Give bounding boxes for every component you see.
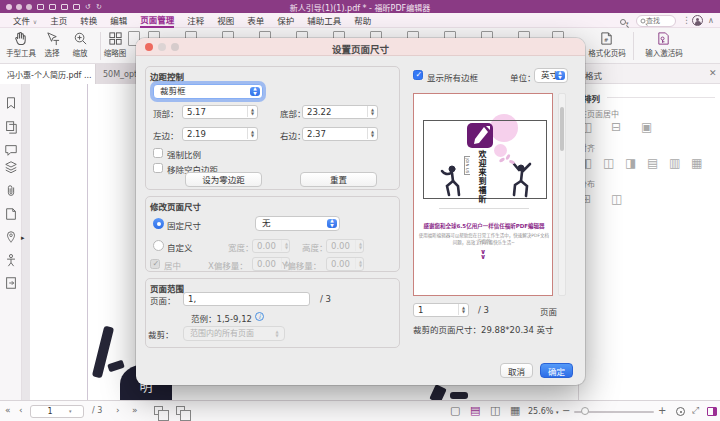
unit-select[interactable]: 英寸▲▼ (534, 68, 568, 83)
format-panel: 格式 ✕ 排列 在页面居中 ◫ ⊟ ▣ 对齐 ◧ ◫ ◨ ▤ ▥ ▦ 分布 ⊞ … (578, 64, 720, 400)
attachments-icon[interactable] (4, 184, 18, 198)
remove-white-margin-checkbox[interactable] (153, 163, 163, 173)
info-icon[interactable]: i (255, 312, 264, 321)
menu-view[interactable]: 视图 (217, 14, 234, 26)
single-page-view-icon[interactable]: ▢ (450, 405, 460, 417)
search-scope-icon[interactable]: ▾ (620, 17, 629, 27)
continuous-view-icon[interactable]: ▤ (470, 405, 480, 417)
hand-tool-label[interactable]: 手型工具 (6, 47, 36, 58)
custom-size-radio[interactable] (153, 240, 164, 251)
zoom-out-icon[interactable]: − (562, 405, 570, 416)
ok-button[interactable]: 确定 (540, 363, 573, 378)
select-tool-label[interactable]: 选择 (45, 47, 60, 58)
constrain-ratio-label[interactable]: 强制比例 (167, 148, 201, 160)
menu-accessibility[interactable]: 辅助工具 (307, 14, 341, 26)
search-input[interactable] (646, 17, 672, 25)
cancel-button[interactable]: 取消 (500, 363, 533, 378)
zoom-level[interactable]: 25.6% ▾ (528, 407, 558, 416)
first-page-icon[interactable]: « (5, 405, 11, 415)
distribute-vertical-icon[interactable]: ◫ (611, 192, 622, 206)
menu-convert[interactable]: 转换 (80, 14, 97, 26)
fit-width-icon[interactable] (676, 407, 685, 416)
panel-expand-handle[interactable]: ▸ (21, 234, 25, 242)
zoom-in-icon[interactable]: + (658, 405, 666, 416)
activation-code-icon[interactable] (656, 31, 671, 46)
fixed-size-select[interactable]: 无▲▼ (255, 216, 340, 231)
preview-scrollbar-thumb[interactable] (560, 107, 564, 151)
page-number-box[interactable]: ▾ (30, 405, 84, 418)
menu-file[interactable]: 文件 ∨ (13, 14, 37, 26)
last-page-icon[interactable]: » (132, 405, 138, 415)
zero-margin-button[interactable]: 设为零边距 (185, 172, 262, 187)
close-panel-icon[interactable]: ✕ (709, 68, 717, 78)
stepper-icon[interactable]: ▲▼ (367, 128, 377, 139)
accessibility-icon[interactable] (4, 253, 18, 267)
format-tab[interactable]: 格式 (585, 69, 602, 81)
pages-icon[interactable] (4, 120, 18, 134)
clipboard-icon[interactable] (176, 406, 185, 415)
fullscreen-icon[interactable]: ⤢ (692, 405, 699, 416)
continuous-facing-view-icon[interactable]: ▦ (510, 405, 520, 417)
menu-form[interactable]: 表单 (247, 14, 264, 26)
align-bottom-icon[interactable]: ▦ (691, 156, 702, 170)
preview-body-line2: 问题，高效工作方能快乐生活~ (418, 240, 550, 246)
search-box[interactable] (636, 15, 676, 27)
destinations-icon[interactable] (4, 230, 18, 244)
box-type-select[interactable]: 裁剪框▲▼ (153, 84, 263, 99)
align-center-icon[interactable]: ◫ (603, 156, 614, 170)
stepper-icon[interactable]: ▲▼ (367, 106, 377, 117)
more-options-icon[interactable]: ⋮ (682, 15, 691, 25)
stepper-icon[interactable]: ▲▼ (247, 106, 257, 117)
preview-scrollbar[interactable] (558, 93, 566, 296)
toggle-panel-icon[interactable] (707, 407, 717, 416)
collapse-ribbon-icon[interactable]: ∧ (708, 16, 714, 25)
zoom-slider-handle[interactable] (581, 407, 589, 415)
page-range-input[interactable] (183, 292, 310, 306)
layers-icon[interactable] (4, 160, 18, 174)
hand-tool-icon[interactable] (13, 31, 28, 46)
avatar-head (696, 18, 699, 21)
stepper-icon[interactable]: ▲▼ (458, 304, 468, 315)
menu-help[interactable]: 帮助 (354, 14, 371, 26)
stepper-icon[interactable]: ▲▼ (247, 128, 257, 139)
format-page-number-label[interactable]: 格式化页码 (588, 47, 626, 58)
account-avatar[interactable] (692, 15, 703, 26)
fixed-size-radio[interactable] (153, 218, 164, 229)
select-tool-icon[interactable] (45, 31, 60, 46)
menu-home[interactable]: 主页 (50, 14, 67, 26)
statusbar-page-input[interactable] (31, 407, 69, 416)
center-vertical-icon[interactable]: ⊟ (611, 120, 621, 134)
show-borders-checkbox[interactable] (413, 70, 423, 80)
page-preview[interactable]: 欢迎来到福昕 JOIN US 感谢您和全球6.5亿用户一样信任福昕PDF编辑器 … (413, 93, 553, 296)
center-both-icon[interactable]: ▣ (641, 120, 652, 134)
menu-edit[interactable]: 编辑 (110, 14, 127, 26)
align-middle-icon[interactable]: ▥ (669, 156, 680, 170)
prev-page-icon[interactable]: ‹ (19, 405, 23, 415)
fixed-size-label[interactable]: 固定尺寸 (167, 219, 201, 231)
menu-comment[interactable]: 注释 (187, 14, 204, 26)
doc-tab-active[interactable]: 冯小惠-个人简历.pdf ... (0, 64, 96, 84)
menu-page-management[interactable]: 页面管理 (140, 13, 174, 28)
export-panel-icon[interactable] (4, 276, 18, 290)
width-label: 宽度： (228, 241, 254, 253)
snapshot-icon[interactable] (154, 406, 163, 415)
thumbnail-icon[interactable] (108, 31, 123, 46)
stepper-icon: ▲▼ (355, 240, 365, 251)
activation-code-label[interactable]: 输入激活码 (645, 47, 683, 58)
bookmarks-icon[interactable] (4, 96, 18, 110)
align-top-icon[interactable]: ▤ (647, 156, 658, 170)
menu-protect[interactable]: 保护 (277, 14, 294, 26)
zoom-tool-label[interactable]: 缩放 (73, 47, 88, 58)
show-borders-label[interactable]: 显示所有边框 (427, 71, 478, 83)
align-right-icon[interactable]: ◨ (625, 156, 636, 170)
comments-icon[interactable] (4, 143, 18, 157)
zoom-tool-icon[interactable] (73, 31, 88, 46)
fields-icon[interactable] (4, 207, 18, 221)
constrain-ratio-checkbox[interactable] (153, 148, 163, 158)
next-page-icon[interactable]: › (116, 405, 120, 415)
reset-button[interactable]: 重置 (300, 172, 377, 187)
custom-size-label[interactable]: 自定义 (167, 241, 193, 253)
thumbnail-label[interactable]: 缩略图 (104, 47, 127, 58)
facing-view-icon[interactable]: ◫ (490, 405, 500, 417)
format-page-number-icon[interactable]: # (599, 31, 614, 46)
